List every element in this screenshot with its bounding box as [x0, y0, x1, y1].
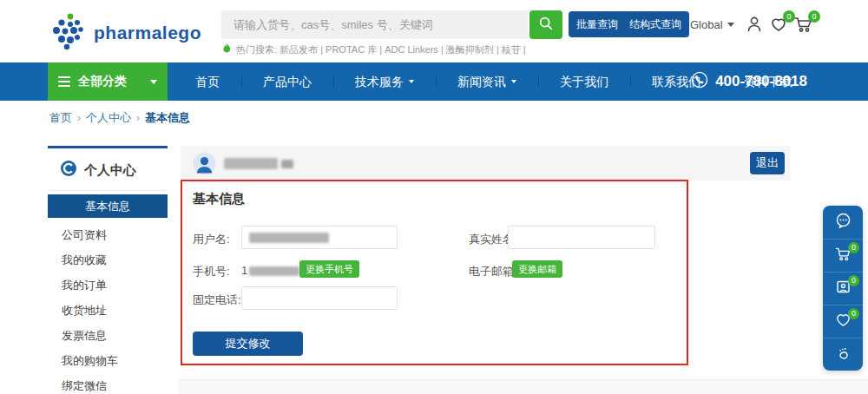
breadcrumb: 首页 › 个人中心 › 基本信息	[49, 110, 190, 126]
batch-query-button[interactable]: 批量查询	[569, 11, 626, 37]
wishlist-button[interactable]: 0	[769, 15, 788, 37]
cart-count-badge: 0	[808, 10, 820, 23]
sidebar-item-orders[interactable]: 我的订单	[48, 273, 168, 298]
sidebar: 个人中心 基本信息 公司资料 我的收藏 我的订单 收货地址 发票信息 我的购物车…	[48, 146, 168, 394]
toolbar-orders-button[interactable]: 0	[823, 272, 863, 305]
nav-item-about[interactable]: 关于我们	[538, 62, 630, 101]
chevron-down-icon	[727, 23, 734, 27]
sidebar-item-shopping-cart[interactable]: 我的购物车	[48, 348, 168, 373]
account-button[interactable]	[745, 15, 764, 37]
toolbar-chat-button[interactable]	[823, 206, 863, 239]
username-redacted	[281, 160, 293, 168]
search-button[interactable]	[529, 10, 562, 39]
username-label: 用户名:	[193, 232, 230, 247]
breadcrumb-home[interactable]: 首页	[49, 110, 72, 126]
structure-query-button[interactable]: 结构式查询	[621, 11, 689, 37]
hot-search-text[interactable]: 热门搜索: 新品发布 | PROTAC 库 | ADC Linkers | 激酶…	[236, 43, 526, 56]
toolbar-history-button[interactable]	[823, 338, 863, 371]
sidebar-item-shipping-address[interactable]: 收货地址	[48, 298, 168, 323]
phone-icon	[691, 71, 708, 93]
cart-button[interactable]: 0	[793, 15, 813, 37]
footprint-icon	[834, 344, 852, 365]
all-categories-button[interactable]: 全部分类	[48, 62, 168, 101]
mobile-value: 1	[241, 264, 299, 277]
toolbar-cart-button[interactable]: 0	[823, 239, 863, 272]
breadcrumb-basic-info: 基本信息	[145, 110, 190, 126]
submit-changes-button[interactable]: 提交修改	[193, 332, 303, 356]
main-navbar: 全部分类 首页 产品中心 技术服务 新闻资讯 关于我们 联系我们 资料下载 40…	[0, 62, 868, 101]
floating-toolbar: 0 0 0	[823, 206, 863, 371]
chevron-down-icon	[409, 80, 414, 83]
nav-item-services[interactable]: 技术服务	[333, 62, 436, 101]
sidebar-item-company-profile[interactable]: 公司资料	[48, 222, 168, 247]
realname-input[interactable]	[508, 226, 655, 249]
header: pharmalego 批量查询 结构式查询 Global 0	[0, 0, 868, 62]
user-icon	[745, 22, 764, 36]
search-icon	[538, 16, 554, 34]
footer-strip	[178, 379, 868, 394]
username-value-redacted	[249, 233, 329, 243]
mobile-label: 手机号:	[193, 264, 230, 279]
global-language-dropdown[interactable]: Global	[690, 18, 734, 31]
toolbar-orders-badge: 0	[848, 275, 859, 286]
flame-icon	[222, 43, 232, 56]
global-label: Global	[690, 18, 723, 31]
toolbar-cart-badge: 0	[848, 242, 859, 253]
service-phone: 400-780-8018	[691, 62, 807, 101]
mobile-redacted	[249, 266, 299, 276]
chat-icon	[834, 212, 852, 233]
username-redacted	[224, 158, 278, 169]
sidebar-item-basic-info[interactable]: 基本信息	[48, 194, 168, 218]
sidebar-item-invoice-info[interactable]: 发票信息	[48, 323, 168, 348]
logo-text: pharmalego	[94, 23, 201, 43]
all-categories-label: 全部分类	[78, 74, 146, 89]
logo[interactable]: pharmalego	[50, 11, 201, 55]
logout-button[interactable]: 退出	[750, 152, 785, 174]
toolbar-wishlist-button[interactable]: 0	[823, 305, 863, 338]
chevron-down-icon	[511, 80, 516, 83]
search-box	[221, 10, 562, 39]
nav-item-news[interactable]: 新闻资讯	[436, 62, 538, 101]
breadcrumb-separator: ›	[77, 112, 81, 124]
chevron-down-icon	[150, 80, 157, 84]
sidebar-title: 个人中心	[84, 162, 136, 179]
toolbar-wishlist-badge: 0	[848, 308, 859, 319]
sidebar-menu: 基本信息 公司资料 我的收藏 我的订单 收货地址 发票信息 我的购物车 绑定微信	[48, 194, 168, 394]
username-input[interactable]	[241, 226, 398, 249]
search-input[interactable]	[221, 10, 528, 39]
section-title: 基本信息	[193, 191, 245, 207]
nav-item-home[interactable]: 首页	[174, 62, 241, 101]
user-strip: 退出	[181, 146, 790, 181]
change-email-button[interactable]: 更换邮箱	[512, 260, 562, 278]
email-label: 电子邮箱:	[469, 264, 517, 279]
logo-molecule-icon	[50, 11, 87, 55]
sidebar-item-favorites[interactable]: 我的收藏	[48, 247, 168, 273]
cart-icon	[793, 22, 813, 36]
mobile-prefix: 1	[241, 264, 247, 277]
breadcrumb-separator: ›	[136, 112, 140, 124]
phone-number: 400-780-8018	[715, 73, 807, 90]
avatar	[193, 152, 216, 179]
sidebar-header: 个人中心	[48, 148, 168, 191]
hamburger-icon	[58, 74, 70, 89]
sidebar-item-bind-wechat[interactable]: 绑定微信	[48, 373, 168, 394]
user-center-icon	[60, 160, 77, 181]
basic-info-panel: 基本信息 用户名: 真实姓名: 手机号: 1 更换手机号 电子邮箱: 更换邮箱 …	[181, 180, 688, 365]
landline-label: 固定电话:	[193, 292, 241, 308]
change-mobile-button[interactable]: 更换手机号	[299, 260, 359, 278]
breadcrumb-user-center[interactable]: 个人中心	[86, 110, 131, 126]
heart-icon	[769, 22, 788, 36]
landline-input[interactable]	[241, 286, 398, 310]
hot-search: 热门搜索: 新品发布 | PROTAC 库 | ADC Linkers | 激酶…	[222, 43, 526, 56]
nav-item-products[interactable]: 产品中心	[241, 62, 333, 101]
